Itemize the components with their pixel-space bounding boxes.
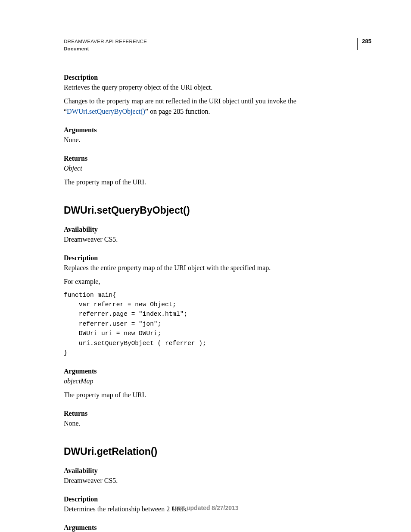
- heading-getrelation: DWUri.getRelation(): [64, 446, 371, 457]
- description-label-2: Description: [64, 254, 371, 262]
- returns-label: Returns: [64, 155, 371, 162]
- returns-type: Object: [64, 163, 371, 174]
- returns-label-2: Returns: [64, 410, 371, 417]
- changes-suffix: ” on page 285 function.: [145, 108, 210, 115]
- arguments-text: None.: [64, 135, 371, 145]
- changes-text: Changes to the property map are not refl…: [64, 96, 371, 117]
- header-title: DREAMWEAVER API REFERENCE: [64, 38, 371, 45]
- page-number: 285: [357, 38, 371, 50]
- description-text: Retrieves the query property object of t…: [64, 82, 371, 93]
- arguments-label: Arguments: [64, 126, 371, 134]
- heading-setquerybyobject: DWUri.setQueryByObject(): [64, 205, 371, 216]
- arguments-label-3: Arguments: [64, 524, 371, 532]
- description-text-2: Replaces the entire property map of the …: [64, 263, 371, 273]
- availability-label-3: Availability: [64, 467, 371, 475]
- page-footer: Last updated 8/27/2013: [0, 504, 411, 511]
- page-content: DREAMWEAVER API REFERENCE Document 285 D…: [0, 0, 411, 532]
- arguments-label-2: Arguments: [64, 367, 371, 375]
- returns-text-2: None.: [64, 418, 371, 429]
- link-setquerybyobject[interactable]: DWUri.setQueryByObject(): [67, 108, 145, 115]
- arguments-type: objectMap: [64, 376, 371, 386]
- code-block: function main{ var referrer = new Object…: [64, 290, 371, 358]
- returns-text: The property map of the URI.: [64, 177, 371, 187]
- description-label: Description: [64, 74, 371, 81]
- description-label-3: Description: [64, 495, 371, 503]
- header-section: Document: [64, 45, 371, 53]
- availability-text-3: Dreamweaver CS5.: [64, 476, 371, 486]
- availability-text: Dreamweaver CS5.: [64, 234, 371, 245]
- arguments-text-2: The property map of the URI.: [64, 390, 371, 400]
- for-example: For example,: [64, 277, 371, 287]
- availability-label: Availability: [64, 226, 371, 233]
- running-header: DREAMWEAVER API REFERENCE Document: [64, 38, 371, 53]
